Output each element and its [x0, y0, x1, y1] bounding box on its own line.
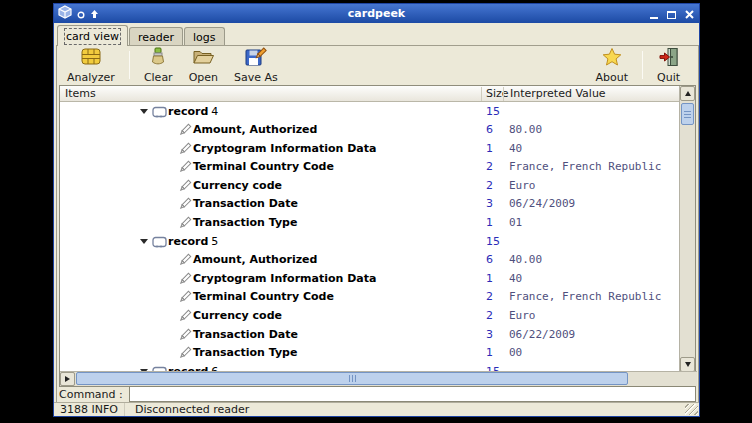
item-label: Currency code — [193, 179, 285, 192]
table-row[interactable]: Terminal Country Code 2 France, French R… — [60, 288, 679, 307]
save-as-button-label: Save As — [234, 72, 278, 84]
clear-button-label: Clear — [144, 72, 173, 84]
titlebar-circle-icon — [77, 4, 85, 23]
status-code: 3188 INFO — [54, 403, 125, 416]
table-row[interactable]: Cryptogram Information Data 1 40 — [60, 139, 679, 158]
expander-triangle-down-icon[interactable] — [140, 239, 148, 244]
card-tree: Items Size Interpreted Value record4 — [59, 85, 696, 387]
toolbar: Analyzer Clear — [57, 46, 698, 84]
tree-rows: record4 15 Amount, Authorized 6 80.00 — [60, 102, 679, 372]
item-size: 2 — [486, 179, 493, 192]
item-value: France, French Republic — [509, 290, 661, 303]
toolbar-separator — [129, 51, 130, 79]
item-value: 40 — [509, 142, 522, 155]
grip-icon — [349, 375, 356, 382]
brush-icon — [147, 47, 169, 71]
expander-triangle-down-icon[interactable] — [140, 109, 148, 114]
titlebar[interactable]: cardpeek — [54, 4, 699, 23]
open-button[interactable]: Open — [181, 45, 226, 86]
item-size: 2 — [486, 160, 493, 173]
column-header-value[interactable]: Interpreted Value — [510, 87, 606, 100]
folder-open-icon — [192, 47, 215, 71]
tab-reader-label: reader — [138, 31, 174, 44]
table-row[interactable]: Terminal Country Code 2 France, French R… — [60, 158, 679, 177]
item-size: 2 — [486, 290, 493, 303]
table-row[interactable]: Transaction Type 1 01 — [60, 214, 679, 233]
item-size: 1 — [486, 272, 493, 285]
table-row[interactable]: Currency code 2 Euro — [60, 307, 679, 326]
table-row[interactable]: Currency code 2 Euro — [60, 176, 679, 195]
arrow-right-icon — [65, 376, 70, 382]
scroll-down-button[interactable] — [680, 357, 695, 372]
tab-card-view[interactable]: card view — [57, 25, 128, 46]
window-title: cardpeek — [54, 7, 699, 20]
quit-button[interactable]: Quit — [649, 45, 688, 86]
table-row[interactable]: record4 15 — [60, 102, 679, 121]
item-value: 80.00 — [509, 123, 542, 136]
toolbar-separator — [642, 51, 643, 79]
command-label: Command : — [59, 388, 123, 401]
item-label: Transaction Date — [193, 328, 301, 341]
resize-grip-icon[interactable] — [685, 404, 698, 415]
smartcard-chip-icon — [79, 47, 103, 71]
door-exit-icon — [658, 47, 680, 71]
clear-button[interactable]: Clear — [136, 45, 181, 86]
about-button[interactable]: About — [587, 45, 636, 86]
horizontal-scrollbar-thumb[interactable] — [76, 372, 628, 385]
record-card-icon — [152, 236, 167, 251]
arrow-down-icon — [685, 362, 691, 367]
table-row[interactable]: Amount, Authorized 6 80.00 — [60, 121, 679, 140]
card-view-page: Analyzer Clear — [56, 45, 699, 404]
item-label: record4 — [168, 105, 218, 118]
quit-button-label: Quit — [657, 72, 680, 84]
column-header-size[interactable]: Size — [486, 87, 509, 100]
save-as-button[interactable]: Save As — [226, 45, 286, 86]
item-value: 06/22/2009 — [509, 328, 575, 341]
star-icon — [601, 47, 623, 71]
app-cube-icon[interactable] — [58, 4, 72, 23]
arrow-up-icon — [685, 91, 691, 96]
table-row[interactable]: Cryptogram Information Data 1 40 — [60, 269, 679, 288]
item-value: France, French Republic — [509, 160, 661, 173]
column-header-items[interactable]: Items — [65, 87, 96, 100]
item-value: 01 — [509, 216, 522, 229]
command-input[interactable] — [129, 386, 696, 402]
scroll-right-button[interactable] — [60, 372, 75, 386]
item-value: 40.00 — [509, 253, 542, 266]
item-label: Transaction Date — [193, 197, 301, 210]
item-size: 3 — [486, 328, 493, 341]
tab-logs[interactable]: logs — [184, 27, 225, 46]
table-row[interactable]: Transaction Date 3 06/22/2009 — [60, 325, 679, 344]
column-divider[interactable] — [481, 87, 482, 101]
command-row: Command : — [59, 386, 696, 402]
table-row[interactable]: Transaction Date 3 06/24/2009 — [60, 195, 679, 214]
item-size: 2 — [486, 309, 493, 322]
table-row[interactable]: Amount, Authorized 6 40.00 — [60, 251, 679, 270]
item-value: Euro — [509, 309, 536, 322]
analyzer-button-label: Analyzer — [67, 72, 115, 84]
item-size: 1 — [486, 216, 493, 229]
table-row[interactable]: record5 15 — [60, 232, 679, 251]
vertical-scrollbar-thumb[interactable] — [681, 103, 694, 125]
item-label: Amount, Authorized — [193, 123, 320, 136]
tab-reader[interactable]: reader — [129, 27, 183, 46]
item-size: 15 — [486, 235, 500, 248]
item-label: Transaction Type — [193, 216, 300, 229]
item-size: 6 — [486, 123, 493, 136]
tab-logs-label: logs — [193, 31, 216, 44]
maximize-button[interactable] — [666, 9, 677, 19]
scroll-up-button[interactable] — [680, 86, 695, 101]
horizontal-scrollbar[interactable] — [60, 371, 697, 386]
table-row[interactable]: Transaction Type 1 00 — [60, 344, 679, 363]
grip-icon — [684, 111, 691, 118]
analyzer-button[interactable]: Analyzer — [59, 45, 123, 86]
app-window: cardpeek card view reader logs — [53, 3, 700, 417]
minimize-button[interactable] — [648, 9, 659, 19]
close-button[interactable] — [684, 9, 695, 19]
vertical-scrollbar[interactable] — [679, 86, 695, 372]
column-divider[interactable] — [503, 87, 504, 101]
item-size: 6 — [486, 253, 493, 266]
item-label: Transaction Type — [193, 346, 300, 359]
tree-header: Items Size Interpreted Value — [60, 86, 679, 102]
item-label: Cryptogram Information Data — [193, 272, 379, 285]
